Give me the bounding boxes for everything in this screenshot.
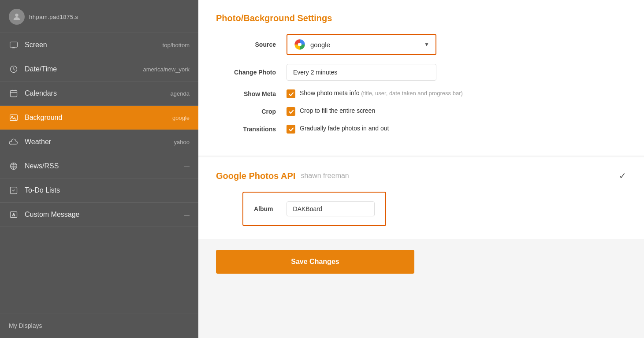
sidebar-item-newsrss-label: News/RSS xyxy=(25,162,59,170)
photo-settings-section: Photo/Background Settings Source xyxy=(198,0,644,156)
sidebar-user: hhpam.pad1875.s xyxy=(0,0,198,33)
source-value: google xyxy=(310,41,330,48)
sidebar-item-todolists-value: — xyxy=(184,187,190,194)
sidebar-item-custommessage[interactable]: A Custom Message — xyxy=(0,203,198,227)
source-control: google ▼ xyxy=(287,34,626,55)
save-changes-button[interactable]: Save Changes xyxy=(216,250,414,274)
message-icon: A xyxy=(9,210,19,219)
sidebar-item-calendars-value: agenda xyxy=(171,90,190,97)
svg-rect-3 xyxy=(11,90,17,97)
weather-icon xyxy=(9,137,19,147)
source-row: Source google ▼ xyxy=(216,34,626,55)
checkmark-icon xyxy=(288,91,294,97)
clock-icon xyxy=(9,64,19,74)
change-photo-row: Change Photo Every 2 minutes xyxy=(216,64,626,81)
sidebar-item-calendars-label: Calendars xyxy=(25,89,57,97)
chevron-down-icon: ▼ xyxy=(424,41,429,48)
sidebar-item-newsrss[interactable]: News/RSS — xyxy=(0,154,198,178)
sidebar-item-screen-label: Screen xyxy=(25,41,47,49)
photo-settings-title: Photo/Background Settings xyxy=(216,13,626,23)
sidebar-item-calendars[interactable]: Calendars agenda xyxy=(0,82,198,106)
google-pinwheel-icon xyxy=(294,38,306,51)
sidebar-footer[interactable]: My Displays xyxy=(0,313,198,338)
transitions-text: Gradually fade photos in and out xyxy=(300,125,389,132)
show-meta-row: Show Meta Show photo meta info (title, u… xyxy=(216,89,626,98)
background-icon xyxy=(9,113,19,123)
sidebar: hhpam.pad1875.s Screen top/bottom Date/T… xyxy=(0,0,198,338)
transitions-checkmark-icon xyxy=(288,126,294,132)
transitions-control: Gradually fade photos in and out xyxy=(287,125,626,134)
sidebar-item-screen[interactable]: Screen top/bottom xyxy=(0,33,198,57)
svg-text:A: A xyxy=(12,213,15,217)
crop-checkbox[interactable] xyxy=(287,107,295,116)
album-label: Album xyxy=(254,205,273,212)
sidebar-item-datetime-value: america/new_york xyxy=(143,66,190,73)
crop-label: Crop xyxy=(216,108,287,115)
sidebar-item-datetime[interactable]: Date/Time america/new_york xyxy=(0,57,198,82)
calendar-icon xyxy=(9,89,19,98)
source-label: Source xyxy=(216,41,287,48)
show-meta-checkbox[interactable] xyxy=(287,89,295,98)
sidebar-item-custommessage-value: — xyxy=(184,212,190,218)
sidebar-item-todolists[interactable]: To-Do Lists — xyxy=(0,178,198,203)
svg-point-10 xyxy=(298,43,302,46)
screen-icon xyxy=(9,40,19,50)
google-api-user: shawn freeman xyxy=(301,172,349,180)
svg-rect-1 xyxy=(10,42,18,47)
sidebar-item-custommessage-label: Custom Message xyxy=(25,211,80,219)
sidebar-item-newsrss-value: — xyxy=(184,163,190,170)
sidebar-item-screen-value: top/bottom xyxy=(163,42,190,48)
show-meta-control: Show photo meta info (title, user, date … xyxy=(287,89,626,98)
google-api-title: Google Photos API xyxy=(216,171,295,181)
show-meta-label: Show Meta xyxy=(216,90,287,97)
save-btn-container: Save Changes xyxy=(198,241,644,287)
change-photo-label: Change Photo xyxy=(216,69,287,76)
main-content: Photo/Background Settings Source xyxy=(198,0,644,338)
todo-icon xyxy=(9,186,19,195)
crop-checkmark-icon xyxy=(288,109,294,115)
sidebar-item-datetime-label: Date/Time xyxy=(25,65,57,73)
transitions-checkbox[interactable] xyxy=(287,125,295,134)
album-input[interactable] xyxy=(287,201,375,216)
svg-point-0 xyxy=(15,14,18,17)
sidebar-item-background-value: google xyxy=(172,115,190,121)
sidebar-item-weather-label: Weather xyxy=(25,138,51,146)
source-select[interactable]: google ▼ xyxy=(287,34,436,55)
change-photo-select[interactable]: Every 2 minutes xyxy=(287,64,436,81)
transitions-row: Transitions Gradually fade photos in and… xyxy=(216,125,626,134)
album-box: Album xyxy=(242,192,386,226)
google-api-section: Google Photos API shawn freeman ✓ Album xyxy=(198,157,644,239)
sidebar-item-todolists-label: To-Do Lists xyxy=(25,186,60,194)
svg-point-5 xyxy=(11,116,13,117)
change-photo-control: Every 2 minutes xyxy=(287,64,626,81)
avatar xyxy=(9,9,25,25)
crop-text: Crop to fill the entire screen xyxy=(300,107,375,114)
sidebar-item-background[interactable]: Background google xyxy=(0,106,198,130)
crop-control: Crop to fill the entire screen xyxy=(287,107,626,116)
sidebar-item-weather[interactable]: Weather yahoo xyxy=(0,130,198,154)
sidebar-nav: Screen top/bottom Date/Time america/new_… xyxy=(0,33,198,313)
globe-icon xyxy=(9,161,19,171)
transitions-label: Transitions xyxy=(216,126,287,133)
sidebar-item-background-label: Background xyxy=(25,114,62,122)
crop-row: Crop Crop to fill the entire screen xyxy=(216,107,626,116)
sidebar-item-weather-value: yahoo xyxy=(174,139,190,145)
user-name: hhpam.pad1875.s xyxy=(29,14,78,20)
google-api-header: Google Photos API shawn freeman ✓ xyxy=(216,171,626,181)
show-meta-text: Show photo meta info (title, user, date … xyxy=(300,89,463,97)
google-api-checkmark-icon: ✓ xyxy=(619,171,626,181)
